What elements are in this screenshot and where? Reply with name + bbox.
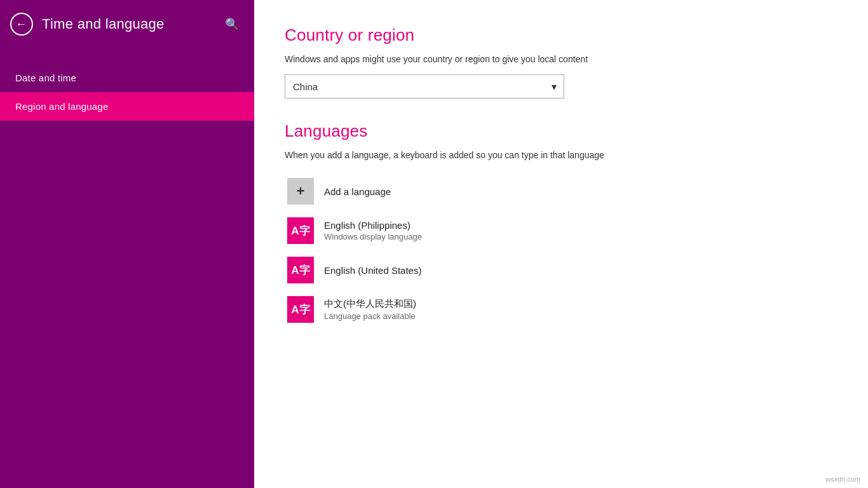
country-section: Country or region Windows and apps might…: [285, 25, 837, 98]
sidebar-title: Time and language: [42, 16, 165, 32]
country-section-title: Country or region: [285, 25, 837, 45]
language-item-english-philippines[interactable]: A字 English (Philippines) Windows display…: [285, 212, 837, 249]
sidebar-header: ← Time and language 🔍: [0, 0, 254, 48]
lang-name-english-philippines: English (Philippines): [324, 220, 422, 231]
sidebar: ← Time and language 🔍 Date and time Regi…: [0, 0, 254, 488]
language-item-chinese[interactable]: A字 中文(中华人民共和国) Language pack available: [285, 291, 837, 328]
add-language-icon: +: [287, 178, 314, 205]
sidebar-item-region-and-language[interactable]: Region and language: [0, 92, 254, 121]
language-icon-chinese: A字: [287, 296, 314, 323]
languages-section: Languages When you add a language, a key…: [285, 121, 837, 328]
back-button[interactable]: ←: [10, 13, 33, 36]
languages-section-title: Languages: [285, 121, 837, 141]
language-icon-english-us: A字: [287, 257, 314, 283]
watermark: wsxdn.com: [825, 475, 860, 483]
add-language-label: Add a language: [324, 186, 391, 197]
language-item-english-us[interactable]: A字 English (United States): [285, 252, 837, 288]
main-content: Country or region Windows and apps might…: [254, 0, 868, 488]
sidebar-nav: Date and time Region and language: [0, 64, 254, 121]
language-list: + Add a language A字 English (Philippines…: [285, 173, 837, 328]
country-section-desc: Windows and apps might use your country …: [285, 54, 837, 64]
lang-name-chinese: 中文(中华人民共和国): [324, 298, 416, 310]
language-icon-english-philippines: A字: [287, 217, 314, 244]
sidebar-item-date-and-time[interactable]: Date and time: [0, 64, 254, 92]
add-language-item[interactable]: + Add a language: [285, 173, 837, 210]
lang-info-english-philippines: English (Philippines) Windows display la…: [324, 220, 422, 241]
country-select[interactable]: China United States Philippines United K…: [285, 74, 564, 98]
lang-info-english-us: English (United States): [324, 265, 421, 276]
search-icon[interactable]: 🔍: [222, 15, 241, 34]
back-arrow-icon: ←: [15, 18, 27, 30]
languages-section-desc: When you add a language, a keyboard is a…: [285, 150, 837, 160]
lang-name-english-us: English (United States): [324, 265, 421, 276]
lang-info-chinese: 中文(中华人民共和国) Language pack available: [324, 298, 416, 321]
lang-sub-english-philippines: Windows display language: [324, 232, 422, 241]
lang-sub-chinese: Language pack available: [324, 311, 416, 321]
add-language-info: Add a language: [324, 186, 391, 197]
country-select-wrapper: China United States Philippines United K…: [285, 74, 564, 98]
